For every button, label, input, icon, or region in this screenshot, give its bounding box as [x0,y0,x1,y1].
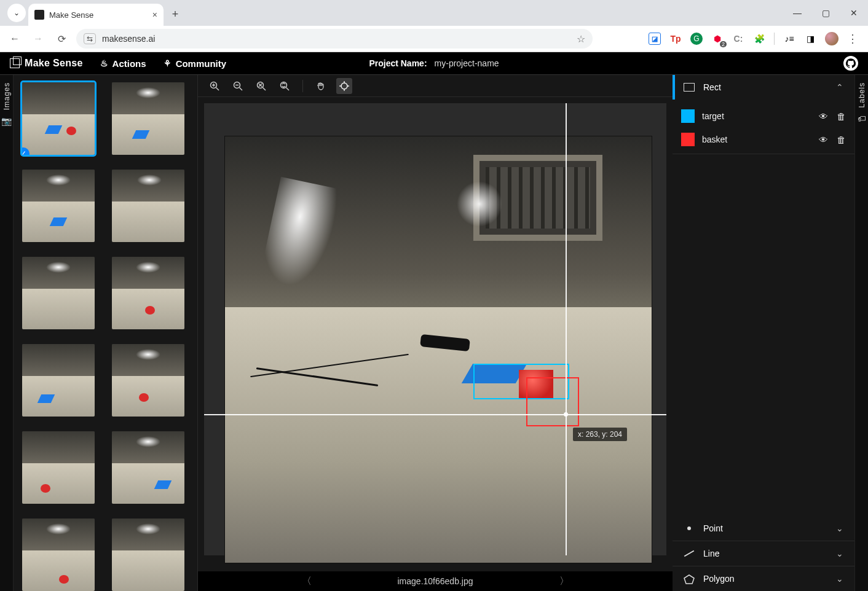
tool-polygon-head[interactable]: Polygon ⌄ [673,566,854,591]
extension-icon[interactable]: G [690,33,703,45]
separator [774,33,775,45]
menu-actions[interactable]: ♨ Actions [100,58,146,69]
thumbnail-item[interactable] [22,170,95,242]
close-tab-button[interactable]: × [152,10,157,20]
labels-panel: Rect ⌃ target 👁 🗑 basket [673,75,854,591]
thumbnail-item[interactable]: ✓ [22,82,95,155]
project-name-value[interactable]: my-project-name [435,58,499,68]
site-info-icon[interactable]: ⇆ [84,33,96,44]
zoom-out-button[interactable] [230,78,246,94]
svg-marker-18 [684,575,694,584]
app-header: Make Sense ♨ Actions ⚘ Community Project… [0,52,868,74]
tag-icon: 🏷 [858,114,866,123]
next-image-button[interactable]: 〉 [559,575,569,588]
labels-rail[interactable]: Labels 🏷 [854,75,868,591]
label-row-target[interactable]: target 👁 🗑 [681,104,846,128]
svg-line-12 [286,87,290,90]
thumbnail-item[interactable] [22,431,95,504]
tool-point-label: Point [703,523,723,533]
thumbnail-item[interactable] [22,257,95,329]
line-icon [684,550,695,557]
rect-icon [684,83,695,92]
maximize-button[interactable]: ▢ [811,0,840,26]
coordinate-tooltip: x: 263, y: 204 [573,428,627,441]
browser-menu-button[interactable]: ⋮ [847,32,858,45]
thumbnail-item[interactable] [22,519,95,591]
tab-search-button[interactable]: ⌄ [7,4,26,22]
tool-rect-head[interactable]: Rect ⌃ [673,75,854,100]
visibility-toggle[interactable]: 👁 [819,135,828,145]
menu-actions-label: Actions [112,58,146,69]
zoom-max-button[interactable] [277,78,293,94]
tab-strip: ⌄ Make Sense × + — ▢ ✕ [0,0,868,26]
label-name: target [702,111,724,121]
extension-icons: ◪ Tp G ⬢2 C: 🧩 ♪≡ ◨ ⋮ [649,32,862,45]
labels-rail-label: Labels [858,82,866,108]
browser-chrome: ⌄ Make Sense × + — ▢ ✕ ← → ⟳ ⇆ makesense… [0,0,868,52]
svg-line-8 [263,87,266,90]
thumbnail-item[interactable] [112,257,184,329]
reload-button[interactable]: ⟳ [53,30,70,47]
sidepanel-icon[interactable]: ◨ [804,33,816,45]
pan-button[interactable] [313,78,329,94]
extension-icon[interactable]: ⬢2 [711,33,724,45]
bbox-basket[interactable] [526,377,579,426]
chevron-down-icon: ⌄ [836,549,843,558]
minimize-button[interactable]: — [783,0,811,26]
url-input[interactable]: ⇆ makesense.ai ☆ [76,29,593,49]
back-button[interactable]: ← [6,30,23,47]
color-chip [681,109,695,123]
delete-label-button[interactable]: 🗑 [837,111,846,122]
url-text: makesense.ai [102,34,155,44]
polygon-icon [684,574,695,583]
crosshair-vertical [566,103,567,555]
thumbnail-item[interactable] [112,519,184,591]
app-logo[interactable]: Make Sense [10,58,83,69]
zoom-fit-button[interactable] [253,78,269,94]
visibility-toggle[interactable]: 👁 [819,111,828,122]
label-row-basket[interactable]: basket 👁 🗑 [681,128,846,151]
prev-image-button[interactable]: 〈 [302,575,312,588]
chevron-up-icon: ⌃ [836,82,843,92]
thumbnail-item[interactable] [112,431,184,504]
tool-polygon-label: Polygon [703,574,735,584]
close-window-button[interactable]: ✕ [840,0,868,26]
tab-title: Make Sense [49,10,93,20]
svg-line-1 [216,87,219,90]
address-bar: ← → ⟳ ⇆ makesense.ai ☆ ◪ Tp G ⬢2 C: 🧩 ♪≡… [0,26,868,52]
color-chip [681,133,695,146]
camera-icon: 📷 [1,116,12,126]
bookmark-icon[interactable]: ☆ [577,33,585,45]
images-rail[interactable]: Images 📷 [0,75,14,591]
tool-line-head[interactable]: Line ⌄ [673,541,854,566]
crosshair-button[interactable] [336,78,352,94]
zoom-in-button[interactable] [207,78,223,94]
window-controls: — ▢ ✕ [783,0,868,26]
editor-pane: x: 263, y: 204 〈 image.10f66edb.jpg 〉 [198,75,673,591]
extension-icon[interactable]: C: [732,33,744,45]
thumbnail-item[interactable] [112,344,184,417]
profile-avatar[interactable] [825,32,838,45]
label-name: basket [702,135,727,144]
media-control-icon[interactable]: ♪≡ [783,33,795,45]
forward-button[interactable]: → [30,30,47,47]
thumbnail-item[interactable] [112,170,184,242]
tool-point-head[interactable]: Point ⌄ [673,516,854,541]
editor-footer: 〈 image.10f66edb.jpg 〉 [198,571,673,591]
thumbnail-item[interactable] [112,82,184,155]
menu-community[interactable]: ⚘ Community [164,58,227,69]
extensions-button[interactable]: 🧩 [753,33,765,45]
thumbnail-item[interactable] [22,344,95,417]
new-tab-button[interactable]: + [166,5,184,23]
tool-rect-label: Rect [703,82,721,92]
delete-label-button[interactable]: 🗑 [837,135,846,145]
label-list: target 👁 🗑 basket 👁 🗑 [673,100,854,154]
menu-community-label: Community [176,58,227,69]
canvas[interactable]: x: 263, y: 204 [198,97,673,571]
extension-icon[interactable]: Tp [669,33,682,45]
browser-tab[interactable]: Make Sense × [28,4,164,26]
favicon-icon [34,10,44,20]
extension-icon[interactable]: ◪ [649,33,661,45]
images-rail-label: Images [2,82,11,110]
github-link[interactable] [843,56,858,71]
